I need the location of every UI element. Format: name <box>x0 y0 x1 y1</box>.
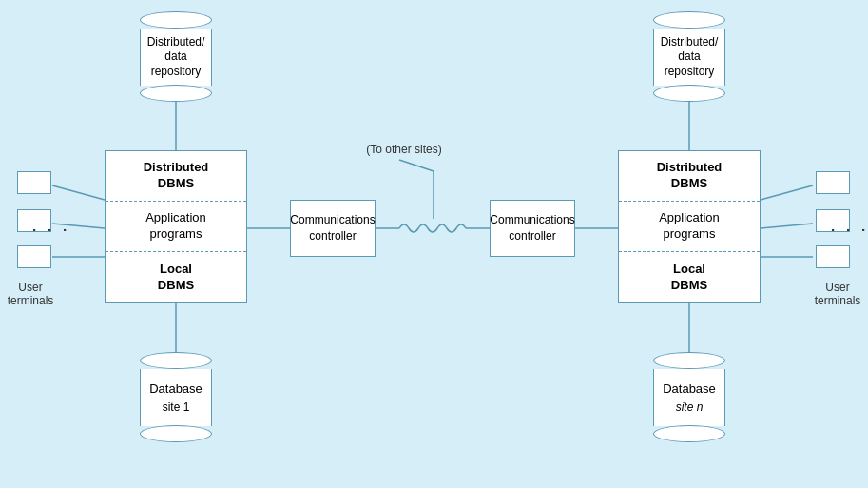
left-terminal-1 <box>17 171 51 194</box>
right-app-programs-label: Applicationprograms <box>619 202 760 252</box>
left-database-label: Database <box>149 381 203 396</box>
right-terminals-dots: ··· <box>825 228 868 235</box>
left-terminals-dots: ··· <box>27 228 72 235</box>
left-distributed-repo: Distributed/datarepository <box>140 11 212 102</box>
right-terminal-3 <box>816 245 850 268</box>
right-database: Database site n <box>653 352 725 442</box>
diagram: Distributed/datarepository DistributedDB… <box>0 0 868 488</box>
left-local-dbms-label: LocalDBMS <box>106 252 246 303</box>
right-local-dbms-label: LocalDBMS <box>619 252 760 303</box>
svg-line-11 <box>761 185 813 200</box>
svg-line-15 <box>399 160 434 171</box>
right-distributed-repo: Distributed/datarepository <box>653 11 725 102</box>
svg-line-2 <box>52 185 105 200</box>
svg-line-12 <box>761 224 813 228</box>
left-site-label: site 1 <box>163 400 190 414</box>
right-distributed-dbms-label: DistributedDBMS <box>619 151 760 202</box>
left-distributed-dbms-label: DistributedDBMS <box>106 151 246 202</box>
right-database-label: Database <box>663 381 716 396</box>
right-comm-controller: Communicationscontroller <box>490 200 575 257</box>
right-terminal-1 <box>816 171 850 194</box>
left-user-terminals-label: Userterminals <box>2 281 59 307</box>
left-main-box: DistributedDBMS Applicationprograms Loca… <box>105 150 247 303</box>
right-site-label: site n <box>676 400 704 414</box>
right-user-terminals-label: Userterminals <box>807 281 868 307</box>
right-main-box: DistributedDBMS Applicationprograms Loca… <box>618 150 761 303</box>
left-terminal-3 <box>17 245 51 268</box>
left-app-programs-label: Applicationprograms <box>106 202 246 252</box>
to-other-sites-label: (To other sites) <box>342 143 466 156</box>
left-database: Database site 1 <box>140 352 212 442</box>
left-comm-controller: Communicationscontroller <box>290 200 376 257</box>
